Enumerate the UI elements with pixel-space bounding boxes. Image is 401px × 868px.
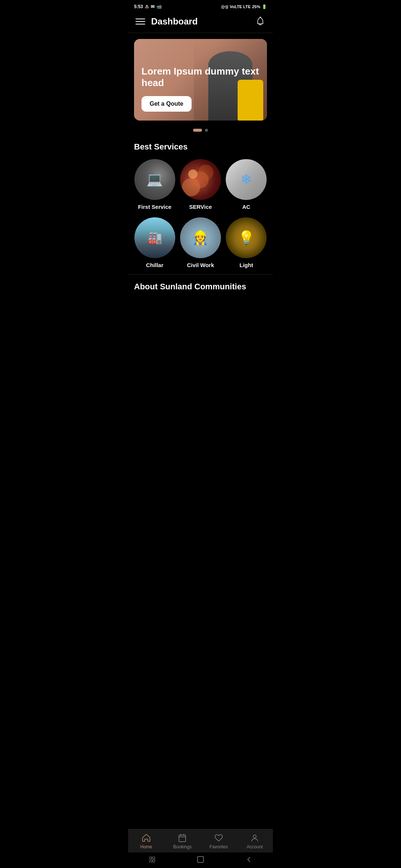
- page-title: Dashboard: [151, 16, 198, 27]
- services-grid: First Service SERVice AC Chillar Civil W…: [134, 159, 267, 268]
- service-item-service[interactable]: SERVice: [180, 159, 221, 210]
- service-item-light[interactable]: Light: [226, 217, 267, 268]
- header: Dashboard: [128, 12, 273, 33]
- best-services-title: Best Services: [134, 142, 267, 152]
- video-icon: 📹: [156, 4, 162, 9]
- get-quote-button[interactable]: Get a Qoute: [141, 96, 192, 112]
- service-item-ac[interactable]: AC: [226, 159, 267, 210]
- hamburger-line-2: [136, 21, 145, 22]
- service-circle-ac: [226, 159, 267, 200]
- service-label-chillar: Chillar: [146, 262, 163, 268]
- header-left: Dashboard: [136, 16, 198, 27]
- service-label-civil-work: Civil Work: [187, 262, 214, 268]
- carousel-dot-1[interactable]: [193, 129, 202, 132]
- service-circle-light: [226, 217, 267, 258]
- best-services-section: Best Services First Service SERVice AC C…: [128, 139, 273, 274]
- battery-icon: 🔋: [262, 4, 267, 9]
- service-label-service: SERVice: [189, 204, 212, 210]
- service-label-first-service: First Service: [138, 204, 172, 210]
- warning-icon: ⚠: [145, 4, 149, 9]
- hamburger-line-3: [136, 24, 145, 24]
- status-bar: 5:53 ⚠ ✉ 📹 ((•)) VoLTE LTE 25% 🔋: [128, 0, 273, 12]
- service-item-civil-work[interactable]: Civil Work: [180, 217, 221, 268]
- service-circle-first-service: [134, 159, 175, 200]
- service-circle-service: [180, 159, 221, 200]
- service-circle-chillar: [134, 217, 175, 258]
- time: 5:53: [134, 4, 143, 9]
- status-left: 5:53 ⚠ ✉ 📹: [134, 4, 162, 9]
- service-label-ac: AC: [242, 204, 250, 210]
- mail-icon: ✉: [151, 4, 154, 9]
- wifi-icon: ((•)): [221, 4, 228, 9]
- signal-info: VoLTE LTE: [230, 4, 251, 9]
- hero-content: Lorem Ipsum dummy text head Get a Qoute: [134, 57, 267, 121]
- service-item-chillar[interactable]: Chillar: [134, 217, 175, 268]
- hamburger-line-1: [136, 19, 145, 19]
- carousel-dots: [128, 124, 273, 139]
- hero-title: Lorem Ipsum dummy text head: [141, 66, 260, 89]
- service-circle-civil-work: [180, 217, 221, 258]
- menu-button[interactable]: [136, 19, 145, 24]
- about-title: About Sunland Communities: [134, 282, 267, 292]
- battery-percent: 25%: [252, 4, 260, 9]
- hero-card: Lorem Ipsum dummy text head Get a Qoute: [134, 39, 267, 121]
- status-right: ((•)) VoLTE LTE 25% 🔋: [221, 4, 267, 9]
- notification-button[interactable]: [255, 16, 265, 27]
- service-label-light: Light: [239, 262, 253, 268]
- about-section: About Sunland Communities: [128, 274, 273, 297]
- carousel-dot-2[interactable]: [205, 129, 208, 132]
- service-item-first-service[interactable]: First Service: [134, 159, 175, 210]
- hero-section: Lorem Ipsum dummy text head Get a Qoute: [128, 33, 273, 124]
